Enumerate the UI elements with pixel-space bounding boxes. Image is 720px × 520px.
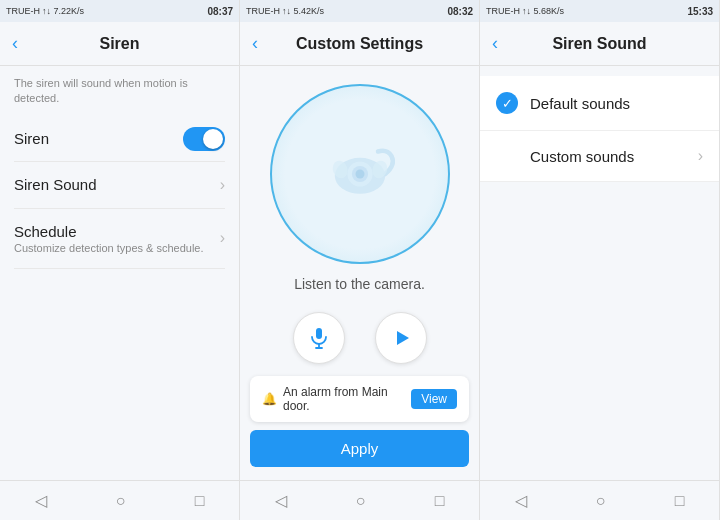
- time-3: 15:33: [687, 6, 713, 17]
- bottom-nav-1: ◁ ○ □: [0, 480, 239, 520]
- home-nav-icon-1[interactable]: ○: [116, 492, 126, 510]
- notification-message: An alarm from Main door.: [283, 385, 411, 413]
- home-nav-icon-3[interactable]: ○: [596, 492, 606, 510]
- siren-sound-content: ✓ Default sounds Custom sounds ›: [480, 66, 719, 480]
- nav-bar-1: ‹ Siren: [0, 22, 239, 66]
- siren-sound-label: Siren Sound: [14, 176, 97, 193]
- siren-content: The siren will sound when motion is dete…: [0, 66, 239, 480]
- schedule-row-text: Schedule Customize detection types & sch…: [14, 223, 204, 254]
- svg-rect-6: [316, 328, 322, 339]
- notification-text-container: 🔔 An alarm from Main door.: [262, 385, 411, 413]
- page-title-2: Custom Settings: [296, 35, 423, 53]
- recent-nav-icon-1[interactable]: □: [195, 492, 205, 510]
- siren-sound-panel: TRUE-H ↑↓ 5.68K/s 15:33 ‹ Siren Sound ✓ …: [480, 0, 720, 520]
- default-sounds-check-icon: ✓: [496, 92, 518, 114]
- bottom-nav-3: ◁ ○ □: [480, 480, 719, 520]
- bell-icon: 🔔: [262, 392, 277, 406]
- schedule-sub-label: Customize detection types & schedule.: [14, 242, 204, 254]
- custom-sounds-label: Custom sounds: [530, 148, 698, 165]
- status-right-3: 15:33: [687, 6, 713, 17]
- nav-bar-3: ‹ Siren Sound: [480, 22, 719, 66]
- play-button[interactable]: [375, 312, 427, 364]
- recent-nav-icon-3[interactable]: □: [675, 492, 685, 510]
- siren-toggle[interactable]: [183, 127, 225, 151]
- signal-1: ↑↓ 7.22K/s: [42, 6, 84, 16]
- siren-panel: TRUE-H ↑↓ 7.22K/s 08:37 ‹ Siren The sire…: [0, 0, 240, 520]
- camera-illustration: [315, 129, 405, 219]
- svg-marker-9: [397, 331, 409, 345]
- siren-toggle-row: Siren: [14, 117, 225, 162]
- siren-label: Siren: [14, 130, 49, 147]
- view-button[interactable]: View: [411, 389, 457, 409]
- siren-sound-row[interactable]: Siren Sound ›: [14, 162, 225, 209]
- siren-sound-chevron: ›: [220, 176, 225, 194]
- time-2: 08:32: [447, 6, 473, 17]
- custom-sounds-chevron: ›: [698, 147, 703, 165]
- time-1: 08:37: [207, 6, 233, 17]
- custom-sounds-option[interactable]: Custom sounds ›: [480, 131, 719, 182]
- schedule-row[interactable]: Schedule Customize detection types & sch…: [14, 209, 225, 269]
- schedule-chevron: ›: [220, 229, 225, 247]
- default-sounds-option[interactable]: ✓ Default sounds: [480, 76, 719, 131]
- bottom-nav-2: ◁ ○ □: [240, 480, 479, 520]
- default-sounds-label: Default sounds: [530, 95, 703, 112]
- status-left-2: TRUE-H ↑↓ 5.42K/s: [246, 6, 324, 16]
- back-nav-icon-1[interactable]: ◁: [35, 491, 47, 510]
- status-bar-1: TRUE-H ↑↓ 7.22K/s 08:37: [0, 0, 239, 22]
- custom-settings-panel: TRUE-H ↑↓ 5.42K/s 08:32 ‹ Custom Setting…: [240, 0, 480, 520]
- svg-point-3: [355, 170, 364, 179]
- signal-3: ↑↓ 5.68K/s: [522, 6, 564, 16]
- recent-nav-icon-2[interactable]: □: [435, 492, 445, 510]
- status-right-2: 08:32: [447, 6, 473, 17]
- carrier-2: TRUE-H: [246, 6, 280, 16]
- camera-preview-circle: [270, 84, 450, 264]
- status-right-1: 08:37: [207, 6, 233, 17]
- signal-2: ↑↓ 5.42K/s: [282, 6, 324, 16]
- status-bar-3: TRUE-H ↑↓ 5.68K/s 15:33: [480, 0, 719, 22]
- status-left-3: TRUE-H ↑↓ 5.68K/s: [486, 6, 564, 16]
- siren-description: The siren will sound when motion is dete…: [14, 76, 225, 107]
- page-title-3: Siren Sound: [552, 35, 646, 53]
- status-left-1: TRUE-H ↑↓ 7.22K/s: [6, 6, 84, 16]
- apply-button[interactable]: Apply: [250, 430, 469, 467]
- mic-icon: [307, 326, 331, 350]
- page-title-1: Siren: [99, 35, 139, 53]
- carrier-3: TRUE-H: [486, 6, 520, 16]
- back-button-1[interactable]: ‹: [12, 33, 18, 54]
- back-nav-icon-3[interactable]: ◁: [515, 491, 527, 510]
- carrier-1: TRUE-H: [6, 6, 40, 16]
- action-buttons: [293, 312, 427, 364]
- status-bar-2: TRUE-H ↑↓ 5.42K/s 08:32: [240, 0, 479, 22]
- custom-content: Listen to the camera. 🔔: [240, 66, 479, 480]
- play-icon: [389, 326, 413, 350]
- back-button-3[interactable]: ‹: [492, 33, 498, 54]
- schedule-label: Schedule: [14, 223, 204, 240]
- home-nav-icon-2[interactable]: ○: [356, 492, 366, 510]
- listen-text: Listen to the camera.: [294, 276, 425, 292]
- notification-bar: 🔔 An alarm from Main door. View: [250, 376, 469, 422]
- back-nav-icon-2[interactable]: ◁: [275, 491, 287, 510]
- nav-bar-2: ‹ Custom Settings: [240, 22, 479, 66]
- back-button-2[interactable]: ‹: [252, 33, 258, 54]
- mic-button[interactable]: [293, 312, 345, 364]
